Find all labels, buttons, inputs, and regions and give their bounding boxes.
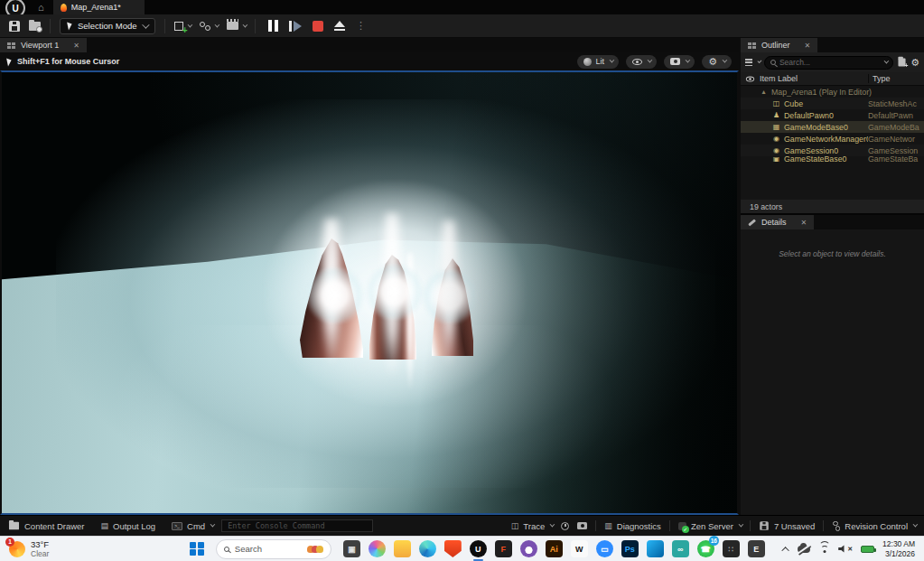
actor-icon: ▣ — [771, 156, 781, 162]
game-pattern-icon[interactable]: ∷ — [723, 540, 740, 557]
pause-button[interactable] — [268, 20, 278, 32]
visibility-eye-icon[interactable] — [746, 76, 754, 81]
cmd-dropdown[interactable]: >_ Cmd — [163, 516, 221, 536]
actor-type: GameNetwor — [868, 135, 924, 144]
level-tab[interactable]: Map_Arena1* — [53, 0, 145, 14]
stop-button[interactable] — [313, 21, 323, 32]
outliner-row[interactable]: ♟DefaultPawn0DefaultPawn — [741, 109, 924, 121]
brave-icon[interactable] — [444, 540, 462, 557]
view-mode-button[interactable]: Lit — [577, 55, 620, 69]
frame-skip-button[interactable] — [289, 21, 302, 32]
viewport-3d-scene[interactable] — [0, 70, 739, 515]
whatsapp-icon[interactable]: ☎16 — [697, 540, 714, 557]
start-button[interactable] — [190, 542, 204, 556]
outliner-settings-icon[interactable]: ⚙ — [910, 58, 919, 67]
zen-server-dropdown[interactable]: Zen Server — [670, 516, 750, 536]
diagnostics-button[interactable]: ▥ Diagnostics — [596, 516, 669, 536]
edge-icon[interactable] — [419, 540, 436, 557]
quick-add-button[interactable]: + — [174, 22, 191, 31]
scene-vignette — [2, 72, 737, 513]
outliner-row[interactable]: ◉GameSession0GameSession — [741, 145, 924, 156]
level-tab-label: Map_Arena1* — [71, 3, 121, 12]
outliner-row[interactable]: ▣GameStateBase0GameStateBa — [741, 156, 924, 162]
epic-games-icon[interactable]: E — [748, 540, 765, 557]
eject-button[interactable] — [334, 21, 345, 32]
blueprints-button[interactable] — [200, 22, 218, 31]
tray-date: 3/1/2026 — [882, 549, 915, 559]
viewport-tab[interactable]: Viewport 1 ✕ — [0, 38, 87, 52]
details-empty-text: Select an object to view details. — [741, 249, 924, 258]
level-icon: ▴ — [759, 88, 769, 96]
viewport-settings-button[interactable]: ⚙ — [702, 55, 732, 69]
github-desktop-icon[interactable] — [520, 540, 537, 557]
save-icon[interactable] — [9, 21, 20, 32]
browse-content-icon[interactable] — [29, 22, 41, 31]
filter-icon[interactable] — [745, 59, 752, 67]
trace-label: Trace — [523, 521, 545, 531]
copilot-icon[interactable] — [369, 540, 386, 557]
illustrator-icon[interactable]: Ai — [546, 540, 563, 557]
zoom-icon[interactable]: ▭ — [596, 540, 613, 557]
home-icon[interactable]: ⌂ — [38, 2, 44, 13]
vscode-icon[interactable] — [647, 540, 664, 557]
clock-widget[interactable]: 12:30 AM 3/1/2026 — [882, 539, 915, 558]
insights-clock-icon[interactable] — [561, 522, 569, 530]
figma-icon[interactable]: F — [495, 540, 512, 557]
show-flags-button[interactable] — [626, 55, 657, 69]
content-drawer-button[interactable]: Content Drawer — [0, 516, 93, 536]
outliner-column-header[interactable]: Item Label Type — [741, 72, 924, 86]
chevron-down-icon[interactable] — [757, 59, 761, 63]
outliner-search[interactable] — [764, 56, 893, 70]
outliner-row[interactable]: ◫CubeStaticMeshAc — [741, 98, 924, 109]
outliner-search-input[interactable] — [779, 58, 880, 67]
chevron-down-icon[interactable] — [884, 59, 890, 64]
taskbar-search-input[interactable] — [235, 544, 304, 554]
w-app-icon[interactable]: W — [571, 540, 588, 557]
trace-dropdown[interactable]: ◫ Trace — [503, 516, 561, 536]
title-tab-row: U ⌂ Map_Arena1* — [0, 0, 924, 14]
revision-control-dropdown[interactable]: Revision Control — [824, 516, 924, 536]
close-icon[interactable]: ✕ — [801, 219, 807, 227]
outliner-row-world[interactable]: ▴ Map_Arena1 (Play In Editor) — [741, 86, 924, 98]
photoshop-icon[interactable]: Ps — [621, 540, 639, 557]
type-column[interactable]: Type — [868, 74, 924, 83]
output-log-label: Output Log — [113, 521, 155, 531]
unsaved-button[interactable]: 7 Unsaved — [751, 516, 823, 536]
details-tab[interactable]: Details ✕ — [741, 215, 814, 229]
unreal-engine-icon[interactable]: U — [470, 540, 487, 557]
taskbar-apps: ▣UFAiW▭Ps∞☎16∷E — [343, 540, 765, 557]
actor-type: DefaultPawn — [868, 111, 924, 120]
search-highlights-icon — [310, 546, 323, 553]
play-options-icon[interactable]: ⋮ — [356, 20, 366, 32]
screenshot-button[interactable] — [569, 516, 595, 536]
outliner-tab[interactable]: Outliner ✕ — [741, 38, 817, 52]
outliner-row[interactable]: ◉GameNetworkManager0GameNetwor — [741, 133, 924, 145]
battery-icon[interactable] — [861, 546, 874, 553]
item-label-column[interactable]: Item Label — [760, 74, 868, 83]
outliner-row[interactable]: ▦GameModeBase0GameModeBa — [741, 121, 924, 133]
cinematics-button[interactable] — [227, 22, 246, 30]
volume-muted-icon[interactable]: ✕ — [838, 545, 853, 553]
output-log-button[interactable]: ▤ Output Log — [93, 516, 164, 536]
weather-widget[interactable]: 1 33°F Clear — [0, 539, 58, 558]
clapperboard-icon — [227, 22, 238, 30]
wifi-icon[interactable] — [818, 545, 830, 553]
add-folder-icon[interactable] — [898, 59, 905, 67]
task-view-icon[interactable]: ▣ — [343, 540, 360, 557]
details-panel-body: Select an object to view details. — [741, 229, 924, 515]
onedrive-paused-icon[interactable] — [798, 546, 810, 553]
close-icon[interactable]: ✕ — [805, 42, 811, 50]
selection-mode-button[interactable]: Selection Mode — [60, 18, 155, 34]
viewport-tabbar: Viewport 1 ✕ — [0, 38, 739, 52]
camera-speed-button[interactable] — [664, 55, 695, 69]
tray-overflow-icon[interactable] — [782, 547, 789, 554]
console-command-input[interactable] — [221, 519, 373, 532]
taskbar-search[interactable] — [216, 539, 331, 559]
weather-icon: 1 — [9, 541, 25, 557]
actor-type: GameStateBa — [868, 156, 924, 162]
chevron-down-icon — [723, 58, 728, 63]
file-explorer-icon[interactable] — [394, 540, 411, 557]
close-icon[interactable]: ✕ — [73, 42, 79, 50]
loop-icon[interactable]: ∞ — [672, 540, 689, 557]
mouse-cursor-hint: Shift+F1 for Mouse Cursor — [17, 57, 119, 66]
